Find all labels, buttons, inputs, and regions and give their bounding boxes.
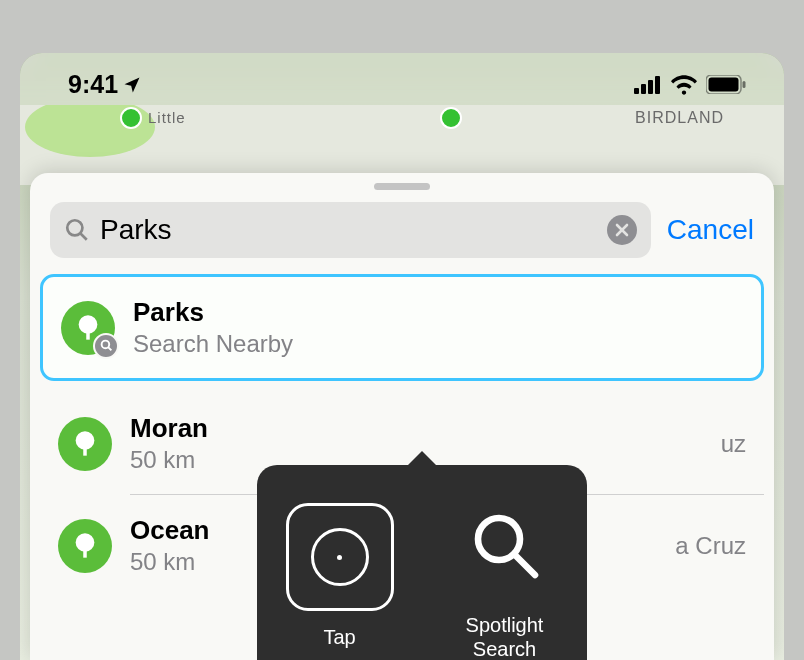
- popover-arrow-icon: [406, 451, 438, 467]
- spotlight-label: Spotlight Search: [466, 613, 544, 660]
- result-subtitle: Search Nearby: [133, 330, 743, 358]
- status-bar: 9:41: [20, 53, 784, 105]
- svg-point-13: [101, 341, 109, 349]
- svg-line-20: [515, 556, 535, 576]
- map-pin-icon[interactable]: [120, 107, 142, 129]
- search-value: Parks: [100, 214, 597, 246]
- wifi-icon: [671, 75, 697, 95]
- time-text: 9:41: [68, 70, 118, 99]
- svg-rect-2: [648, 80, 653, 94]
- map-pin-icon[interactable]: [440, 107, 462, 129]
- tree-icon: [61, 301, 115, 355]
- cancel-button[interactable]: Cancel: [667, 214, 754, 246]
- svg-rect-12: [86, 330, 90, 339]
- tap-action[interactable]: Tap: [257, 465, 422, 660]
- svg-rect-6: [743, 81, 746, 88]
- result-title: Moran: [130, 413, 703, 444]
- cellular-icon: [634, 76, 662, 94]
- sheet-grabber[interactable]: [374, 183, 430, 190]
- svg-rect-0: [634, 88, 639, 94]
- result-row-parks[interactable]: Parks Search Nearby: [40, 274, 764, 381]
- search-badge-icon: [93, 333, 119, 359]
- svg-rect-18: [83, 548, 87, 557]
- result-trailing: a Cruz: [675, 532, 746, 560]
- x-icon: [615, 223, 629, 237]
- clear-button[interactable]: [607, 215, 637, 245]
- tap-label: Tap: [323, 625, 355, 649]
- spotlight-action[interactable]: Spotlight Search: [422, 465, 587, 660]
- tree-icon: [58, 417, 112, 471]
- search-input[interactable]: Parks: [50, 202, 651, 258]
- map-label-little: Little: [148, 109, 186, 126]
- location-arrow-icon: [122, 75, 142, 95]
- phone-frame: 9:41 Little BIRDLAND Parks Cancel: [20, 53, 784, 660]
- result-text: Parks Search Nearby: [133, 297, 743, 358]
- search-row: Parks Cancel: [30, 190, 774, 272]
- tap-icon: [286, 503, 394, 611]
- battery-icon: [706, 75, 746, 94]
- svg-rect-5: [709, 78, 739, 92]
- spotlight-search-icon: [469, 509, 541, 581]
- status-icons: [634, 75, 746, 95]
- svg-line-14: [108, 347, 111, 350]
- svg-line-8: [80, 233, 87, 240]
- svg-rect-1: [641, 84, 646, 94]
- result-title: Parks: [133, 297, 743, 328]
- svg-point-7: [67, 220, 82, 235]
- result-trailing: uz: [721, 430, 746, 458]
- svg-rect-16: [83, 446, 87, 455]
- map-label-birdland: BIRDLAND: [635, 109, 724, 127]
- svg-rect-3: [655, 76, 660, 94]
- status-time: 9:41: [68, 70, 142, 99]
- magnifying-glass-icon: [64, 217, 90, 243]
- tree-icon: [58, 519, 112, 573]
- accessibility-popover: Tap Spotlight Search: [257, 465, 587, 660]
